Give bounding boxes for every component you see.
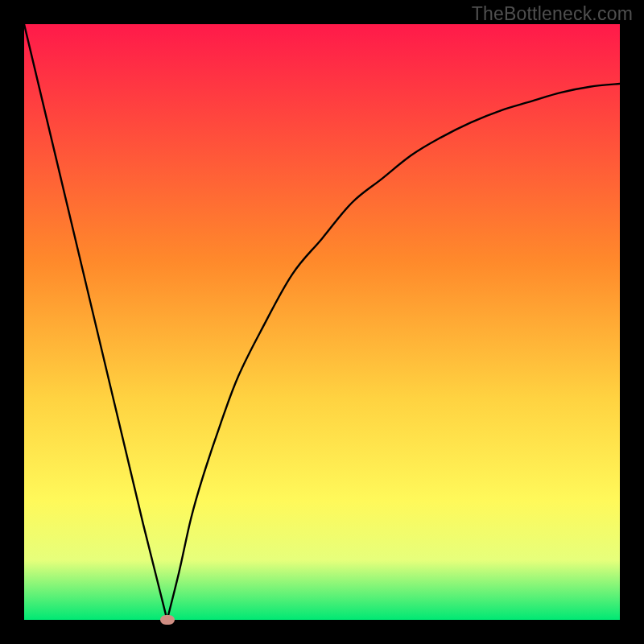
plot-background [24, 24, 620, 620]
watermark-text: TheBottleneck.com [472, 3, 633, 25]
chart-plot [24, 24, 620, 620]
vertex-marker [160, 615, 175, 625]
chart-frame: TheBottleneck.com [0, 0, 644, 644]
